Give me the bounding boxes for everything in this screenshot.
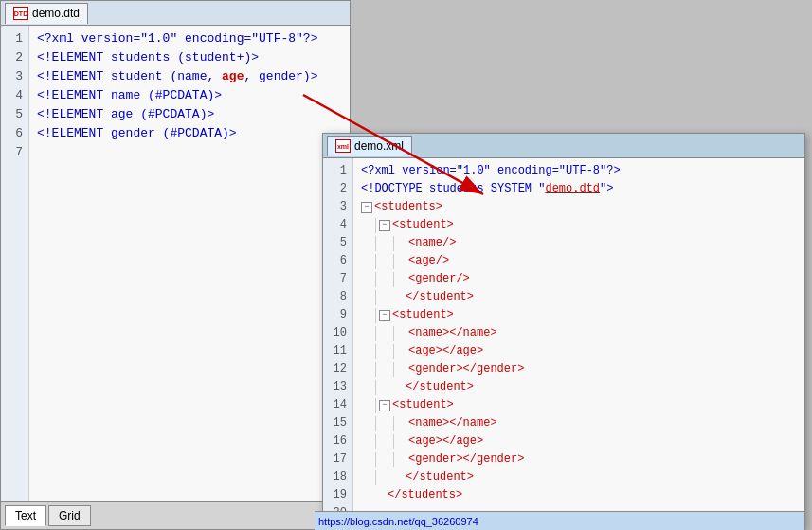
collapse-btn-4[interactable]: − — [379, 220, 390, 231]
dtd-code-lines: <?xml version="1.0" encoding="UTF-8"?> <… — [29, 26, 350, 501]
xml-tab-label: demo.xml — [354, 139, 404, 153]
xml-tab[interactable]: xml demo.xml — [327, 136, 412, 156]
text-tab-button[interactable]: Text — [5, 505, 46, 526]
collapse-btn-3[interactable]: − — [361, 202, 372, 213]
grid-tab-button[interactable]: Grid — [48, 505, 91, 526]
dtd-bottom-bar: Text Grid — [1, 501, 350, 529]
xml-line-12: <gender></gender> — [361, 360, 797, 378]
xml-line-14: − <student> — [361, 396, 797, 414]
dtd-line-6: <!ELEMENT gender (#PCDATA)> — [37, 124, 342, 143]
dtd-line-2: <!ELEMENT students (student+)> — [37, 48, 342, 67]
xml-code-container: 12345 678910 1112131415 1617181920 <?xml… — [323, 158, 804, 530]
xml-line-9: − <student> — [361, 306, 797, 324]
dtd-line-3: <!ELEMENT student (name, age, gender)> — [37, 67, 342, 86]
xml-line-19: </students> — [361, 486, 797, 504]
xml-status-bar: https://blog.csdn.net/qq_36260974 — [315, 511, 804, 530]
xml-line-13: </student> — [361, 378, 797, 396]
xml-line-10: <name></name> — [361, 324, 797, 342]
dtd-editor: 1 2 3 4 5 6 7 <?xml version="1.0" encodi… — [1, 26, 350, 501]
xml-line-17: <gender></gender> — [361, 450, 797, 468]
dtd-line-1: <?xml version="1.0" encoding="UTF-8"?> — [37, 29, 342, 48]
xml-line-numbers: 12345 678910 1112131415 1617181920 — [323, 158, 353, 530]
dtd-icon: DTD — [13, 7, 28, 20]
xml-icon: xml — [335, 139, 351, 153]
dtd-line-5: <!ELEMENT age (#PCDATA)> — [37, 105, 342, 124]
xml-window: xml demo.xml 12345 678910 1112131415 161… — [322, 133, 805, 530]
dtd-tab-bar: DTD demo.dtd — [1, 1, 350, 26]
xml-line-4: − <student> — [361, 216, 797, 234]
dtd-code-container: 1 2 3 4 5 6 7 <?xml version="1.0" encodi… — [1, 26, 350, 501]
xml-line-2: <!DOCTYPE students SYSTEM "demo.dtd"> — [361, 180, 797, 198]
xml-line-7: <gender/> — [361, 270, 797, 288]
dtd-window: DTD demo.dtd 1 2 3 4 5 6 7 <?xml version… — [0, 0, 351, 530]
xml-line-8: </student> — [361, 288, 797, 306]
dtd-line-7 — [37, 143, 342, 162]
status-url: https://blog.csdn.net/qq_36260974 — [318, 516, 478, 527]
xml-line-1: <?xml version="1.0" encoding="UTF-8"?> — [361, 162, 797, 180]
dtd-line-4: <!ELEMENT name (#PCDATA)> — [37, 86, 342, 105]
collapse-btn-14[interactable]: − — [379, 400, 390, 411]
xml-tab-bar: xml demo.xml — [323, 134, 804, 158]
xml-line-15: <name></name> — [361, 414, 797, 432]
xml-line-5: <name/> — [361, 234, 797, 252]
xml-line-11: <age></age> — [361, 342, 797, 360]
dtd-tab[interactable]: DTD demo.dtd — [5, 3, 88, 24]
xml-line-6: <age/> — [361, 252, 797, 270]
xml-line-3: − <students> — [361, 198, 797, 216]
xml-code-lines: <?xml version="1.0" encoding="UTF-8"?> <… — [353, 158, 804, 530]
dtd-tab-label: demo.dtd — [32, 7, 80, 20]
xml-line-18: </student> — [361, 468, 797, 486]
xml-line-16: <age></age> — [361, 432, 797, 450]
dtd-line-numbers: 1 2 3 4 5 6 7 — [1, 26, 29, 501]
collapse-btn-9[interactable]: − — [379, 310, 390, 321]
